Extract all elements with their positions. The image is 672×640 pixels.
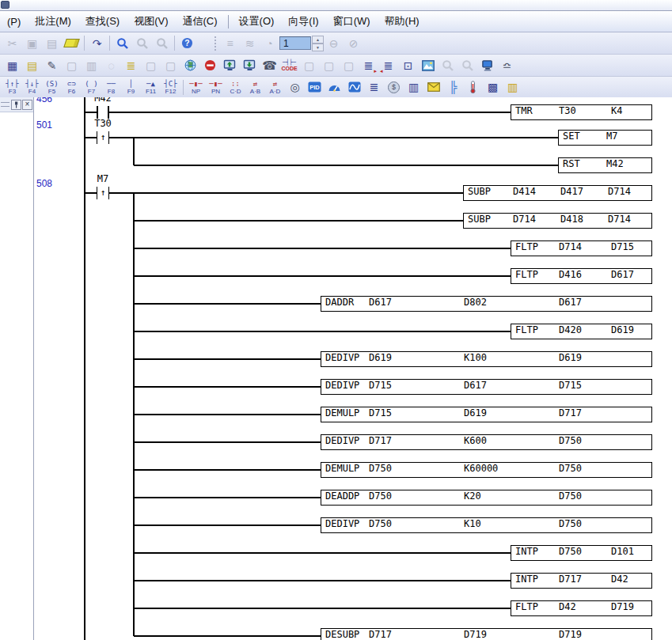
- menu-item[interactable]: (P): [0, 11, 28, 32]
- paste-icon[interactable]: ▤: [42, 35, 62, 52]
- instruction-box[interactable]: FLTPD42D719: [511, 600, 652, 616]
- capture-icon[interactable]: [418, 57, 438, 74]
- spin-up-icon[interactable]: ▲: [312, 36, 324, 44]
- code-check-icon[interactable]: ─┤├─CODE: [279, 57, 299, 74]
- ad-convert-icon[interactable]: ⇄A·D: [265, 78, 285, 97]
- copy-icon[interactable]: ▣: [22, 35, 42, 52]
- cut-icon[interactable]: ✂: [2, 35, 22, 52]
- menu-item[interactable]: 窗口(W): [326, 11, 378, 32]
- zoom-out-icon[interactable]: [152, 35, 172, 52]
- close-button[interactable]: ×: [22, 100, 32, 110]
- instruction-box[interactable]: DEDIVPD619K100D619: [321, 351, 652, 367]
- pin-button[interactable]: [11, 100, 21, 110]
- inverter-icon[interactable]: ─▲F11: [141, 78, 161, 97]
- menu-item[interactable]: 设置(O): [232, 11, 282, 32]
- vertical-line-icon[interactable]: │F9: [121, 78, 141, 97]
- instruction-box[interactable]: INTPD717D42: [511, 573, 652, 589]
- horizontal-line-icon[interactable]: ──F8: [101, 78, 121, 97]
- pipe-icon[interactable]: ╠: [443, 78, 463, 96]
- read-from-plc-icon[interactable]: [240, 57, 260, 74]
- write-during-run-icon[interactable]: ▢: [339, 57, 359, 74]
- menu-item[interactable]: 视图(V): [127, 11, 175, 32]
- device-comment-icon[interactable]: ▢: [62, 57, 82, 74]
- contact-bar[interactable]: [108, 106, 109, 119]
- instruction-box[interactable]: FLTPD416D617: [511, 268, 652, 284]
- comment-list-icon[interactable]: ▤: [22, 57, 42, 74]
- instruction-box[interactable]: TMRT30K4: [511, 104, 652, 120]
- dock-grip[interactable]: [1, 102, 9, 107]
- target-icon[interactable]: ◎: [285, 78, 305, 96]
- monitor-window-icon[interactable]: [477, 57, 497, 74]
- np-icon[interactable]: ─▮─NP: [186, 78, 206, 97]
- instruction-box[interactable]: SUBPD714D418D714: [463, 213, 652, 229]
- menu-item[interactable]: 批注(M): [28, 11, 78, 32]
- frame-icon[interactable]: ⊡: [398, 57, 418, 74]
- trend-wave-icon[interactable]: [344, 78, 364, 96]
- instruction-box[interactable]: DEMULPD715D619D717: [321, 407, 652, 422]
- clamp-icon[interactable]: ≏: [497, 57, 517, 74]
- instruction-box[interactable]: RSTM42: [558, 157, 652, 173]
- spin-down-icon[interactable]: ▼: [312, 44, 324, 51]
- eraser-icon[interactable]: [62, 35, 82, 52]
- instruction-box[interactable]: INTPD750D101: [511, 545, 652, 561]
- mail-icon[interactable]: [423, 78, 443, 96]
- page-spinbox[interactable]: 1: [279, 36, 311, 50]
- gauge-icon[interactable]: [325, 78, 344, 96]
- check-program-icon[interactable]: ▢: [161, 57, 180, 74]
- open-contact-icon[interactable]: ┤↑├F3: [2, 78, 22, 97]
- instruction-box[interactable]: DEDIVPD717K600D750: [321, 434, 652, 450]
- used-device-icon[interactable]: ▢: [141, 57, 161, 74]
- prev-page-icon[interactable]: ⊖: [324, 35, 344, 52]
- insert-line-icon[interactable]: ≣▸: [359, 57, 378, 74]
- chip-icon[interactable]: ▩: [483, 78, 503, 96]
- network-icon[interactable]: [180, 57, 200, 74]
- instruction-box[interactable]: DEADDPD750K20D750: [321, 490, 652, 506]
- instruction-box[interactable]: DEDIVPD715D617D715: [321, 379, 652, 395]
- stamp-icon[interactable]: ✎: [42, 57, 62, 74]
- ladder-view-icon[interactable]: ▦: [2, 57, 22, 74]
- verify-icon[interactable]: ▢: [299, 57, 319, 74]
- filter-skip-icon[interactable]: ≋: [240, 35, 260, 52]
- find-zoom-icon[interactable]: [438, 57, 457, 74]
- stop-monitor-icon[interactable]: [200, 57, 220, 74]
- replace-zoom-icon[interactable]: [457, 57, 477, 74]
- write-to-plc-icon[interactable]: [220, 57, 240, 74]
- stopwatch-icon[interactable]: ◔: [260, 35, 279, 52]
- menu-item[interactable]: 帮助(H): [378, 11, 427, 32]
- instruction-box[interactable]: FLTPD420D619: [511, 324, 652, 339]
- layers-icon[interactable]: ≣: [364, 78, 384, 96]
- ab-convert-icon[interactable]: ⇄A·B: [245, 78, 265, 97]
- contact-bar[interactable]: [97, 106, 98, 119]
- run-state-icon[interactable]: ◌: [101, 57, 121, 74]
- instruction-box[interactable]: SETM7: [558, 130, 652, 146]
- pid-icon[interactable]: PID: [305, 78, 325, 96]
- instruction-box[interactable]: DEDIVPD750K10D750: [321, 517, 652, 533]
- pn-icon[interactable]: ─▮─PN: [206, 78, 226, 97]
- connection-setup-icon[interactable]: ☎: [260, 57, 279, 74]
- thermometer-icon[interactable]: [463, 78, 483, 96]
- instruction-box[interactable]: DEMULPD750K60000D750: [321, 462, 652, 478]
- instruction-box[interactable]: SUBPD414D417D714: [463, 185, 652, 201]
- menu-item[interactable]: 通信(C): [176, 11, 225, 32]
- zoom-select-icon[interactable]: [112, 35, 132, 52]
- menu-item[interactable]: 向导(I): [281, 11, 325, 32]
- data-cylinder-icon[interactable]: ▥: [404, 78, 423, 96]
- instruction-box[interactable]: FLTPD714D715: [511, 240, 652, 256]
- coil-icon[interactable]: ⊂⊃F6: [62, 78, 82, 97]
- print-preview-icon[interactable]: ▥: [82, 57, 101, 74]
- menu-item[interactable]: 查找(S): [78, 11, 127, 32]
- out-coil-icon[interactable]: ( )F7: [82, 78, 101, 97]
- set-coil-icon[interactable]: (S)F5: [42, 78, 62, 97]
- pulse-coil-icon[interactable]: ┤C├F12: [161, 78, 180, 97]
- instruction-box[interactable]: DESUBPD717D719D719: [321, 628, 652, 640]
- data-cylinder2-icon[interactable]: ▥: [503, 78, 522, 96]
- delete-line-icon[interactable]: ≣◂: [378, 57, 398, 74]
- cd-convert-icon[interactable]: ∶∶C·D: [226, 78, 245, 97]
- closed-contact-icon[interactable]: ┤↓├F4: [22, 78, 42, 97]
- coin-icon[interactable]: $: [384, 78, 404, 96]
- help-icon[interactable]: ?: [177, 35, 197, 52]
- page-spinner[interactable]: ▲▼: [312, 36, 324, 51]
- filter-down-icon[interactable]: ≡: [220, 35, 240, 52]
- monitor-mode-icon[interactable]: ▢: [319, 57, 339, 74]
- zoom-in-icon[interactable]: [132, 35, 152, 52]
